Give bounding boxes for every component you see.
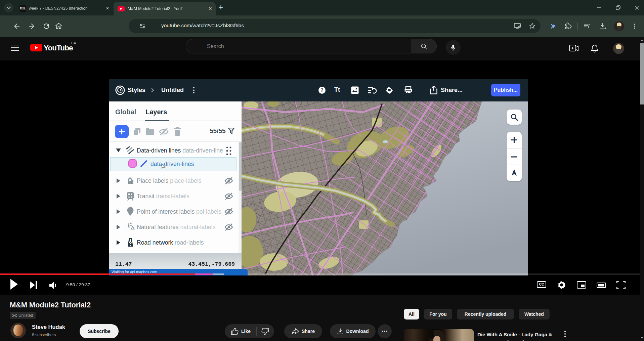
svg-text:?: ? xyxy=(320,87,324,93)
svg-text:A: A xyxy=(129,239,132,244)
